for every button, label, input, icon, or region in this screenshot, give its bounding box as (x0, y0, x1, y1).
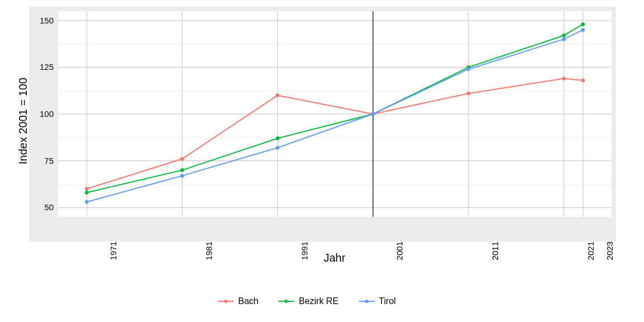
series-line-bezirk-re (87, 24, 583, 192)
series-point (85, 187, 88, 191)
series-point (181, 174, 184, 177)
x-tick-label: 1991 (300, 242, 309, 260)
series-point (581, 28, 585, 31)
x-tick-label: 2011 (490, 242, 500, 260)
series-point (276, 136, 280, 140)
legend-item-bach: Bach (218, 296, 258, 306)
series-point (562, 77, 566, 80)
series-point (371, 112, 375, 116)
y-tick-label: 150 (31, 16, 54, 25)
x-axis-title: Jahr (324, 252, 345, 264)
y-tick-label: 50 (31, 202, 54, 212)
series-point (581, 79, 585, 82)
legend-swatch-icon (278, 297, 294, 305)
series-point (85, 200, 88, 203)
series-point (581, 22, 585, 26)
legend-label: Bach (238, 296, 258, 306)
x-tick-label: 1971 (109, 242, 119, 260)
y-tick-label: 100 (31, 109, 54, 119)
legend-label: Bezirk RE (299, 296, 338, 306)
x-tick-label: 2023 (605, 242, 614, 260)
series-point (562, 37, 566, 41)
x-tick-label: 2001 (395, 242, 405, 260)
line-chart: Index 2001 = 100 Jahr BachBezirk RETirol… (0, 0, 644, 322)
legend-swatch-icon (359, 297, 375, 305)
series-line-tirol (87, 30, 583, 202)
series-line-bach (87, 78, 583, 188)
legend-item-bezirk-re: Bezirk RE (278, 296, 338, 306)
legend-label: Tirol (379, 296, 396, 306)
legend-swatch-icon (218, 297, 234, 305)
plot-svg (0, 0, 644, 322)
series-point (562, 34, 566, 37)
y-axis-title: Index 2001 = 100 (17, 78, 30, 164)
x-tick-label: 2021 (586, 242, 595, 260)
series-point (276, 146, 280, 149)
legend: BachBezirk RETirol (218, 296, 396, 306)
y-tick-label: 125 (31, 62, 54, 72)
series-point (85, 191, 88, 195)
series-point (467, 68, 470, 71)
series-point (181, 168, 184, 172)
series-point (467, 92, 470, 95)
series-point (276, 94, 280, 97)
series-point (181, 157, 184, 160)
x-tick-label: 1981 (204, 242, 214, 260)
y-tick-label: 75 (31, 156, 54, 165)
legend-item-tirol: Tirol (359, 296, 396, 306)
